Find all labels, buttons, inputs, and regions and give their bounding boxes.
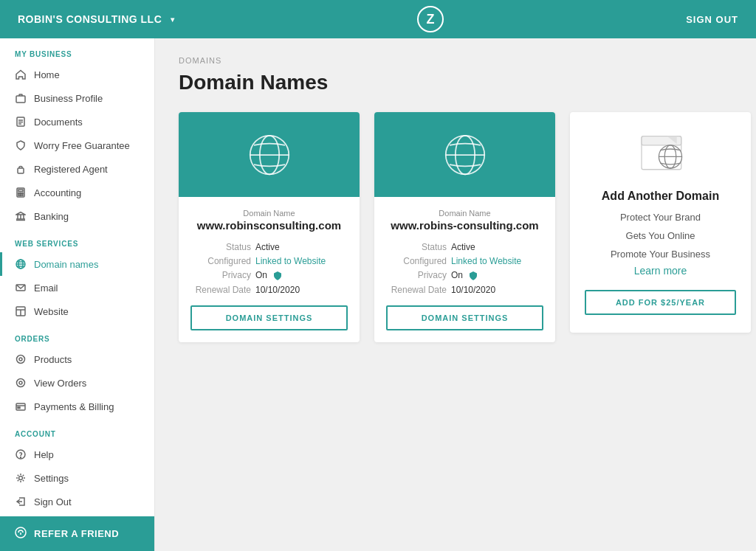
sidebar-label-website: Website xyxy=(34,306,69,317)
sidebar-item-business-profile[interactable]: Business Profile xyxy=(0,86,154,110)
domain-settings-button-2[interactable]: DOMAIN SETTINGS xyxy=(386,305,543,330)
sidebar-section-orders: ORDERS xyxy=(0,323,154,347)
shield-icon xyxy=(15,139,27,151)
sidebar-label-domain-names: Domain names xyxy=(34,259,98,270)
products-icon xyxy=(15,353,27,365)
sidebar-item-settings[interactable]: Settings xyxy=(0,466,154,490)
add-domain-button[interactable]: ADD FOR $25/YEAR xyxy=(585,290,736,315)
sidebar-item-payments-billing[interactable]: Payments & Billing xyxy=(0,395,154,418)
sign-out-button[interactable]: SIGN OUT xyxy=(686,14,738,25)
sidebar-section-web-services: WEB SERVICES xyxy=(0,228,154,252)
privacy-val: On xyxy=(255,270,283,281)
help-icon xyxy=(15,448,27,460)
domain-card-2-renewal-row: Renewal Date 10/10/2020 xyxy=(386,285,543,295)
svg-point-31 xyxy=(19,381,22,384)
domain-card-2-status-row: Status Active xyxy=(386,242,543,252)
sidebar-item-home[interactable]: Home xyxy=(0,63,154,86)
sidebar-label-sign-out: Sign Out xyxy=(34,496,72,507)
domain-card-1-configured-row: Configured Linked to Website xyxy=(190,256,348,266)
main-content: DOMAINS Domain Names Domain Name www.rob… xyxy=(155,38,756,551)
svg-point-36 xyxy=(21,457,21,458)
learn-more-link[interactable]: Learn more xyxy=(634,265,687,277)
page-title: Domain Names xyxy=(179,71,732,94)
sidebar-label-accounting: Accounting xyxy=(34,187,81,198)
svg-point-13 xyxy=(22,195,24,196)
svg-rect-0 xyxy=(16,96,25,103)
svg-rect-7 xyxy=(18,190,23,192)
signout-icon xyxy=(15,496,27,507)
domain-card-1-renewal-row: Renewal Date 10/10/2020 xyxy=(190,285,348,295)
brand-name: ROBIN'S CONSULTING LLC xyxy=(18,13,162,25)
domain-card-1-name: www.robinsconsulting.com xyxy=(190,219,348,232)
svg-point-11 xyxy=(18,195,20,196)
domain-settings-button-1[interactable]: DOMAIN SETTINGS xyxy=(190,305,348,330)
status-val-2: Active xyxy=(451,242,475,252)
renewal-val-2: 10/10/2020 xyxy=(451,285,495,295)
domain-cards-row: Domain Name www.robinsconsulting.com Sta… xyxy=(179,112,732,342)
svg-point-12 xyxy=(20,195,21,196)
configured-key-2: Configured xyxy=(386,256,447,266)
domain-card-2-details: Status Active Configured Linked to Websi… xyxy=(386,242,543,295)
brand-chevron-icon: ▾ xyxy=(171,15,175,24)
domain-card-2: Domain Name www.robins-consulting.com St… xyxy=(374,112,555,342)
sidebar-label-payments-billing: Payments & Billing xyxy=(34,401,114,412)
sidebar-item-products[interactable]: Products xyxy=(0,347,154,371)
privacy-key: Privacy xyxy=(190,270,251,280)
svg-point-30 xyxy=(17,379,25,387)
domain-card-2-privacy-row: Privacy On xyxy=(386,270,543,281)
status-key: Status xyxy=(190,242,251,252)
settings-icon xyxy=(15,472,27,484)
sidebar-label-email: Email xyxy=(34,283,58,294)
brand-button[interactable]: ROBIN'S CONSULTING LLC ▾ xyxy=(18,13,175,25)
sidebar-item-website[interactable]: Website xyxy=(0,299,154,323)
sidebar-section-my-business: MY BUSINESS xyxy=(0,38,154,63)
refer-a-friend-button[interactable]: REFER A FRIEND xyxy=(0,516,154,551)
home-icon xyxy=(15,69,27,80)
globe-icon xyxy=(15,258,27,270)
status-key-2: Status xyxy=(386,242,447,252)
domain-card-1-privacy-row: Privacy On xyxy=(190,270,348,281)
svg-point-8 xyxy=(18,193,20,194)
breadcrumb: DOMAINS xyxy=(179,56,732,65)
sidebar-item-banking[interactable]: Banking xyxy=(0,204,154,228)
add-domain-desc2: Gets You Online xyxy=(626,229,695,244)
svg-rect-5 xyxy=(18,168,24,173)
document-icon xyxy=(15,116,27,128)
email-icon xyxy=(15,282,27,294)
domain-card-2-banner xyxy=(374,112,555,197)
renewal-val: 10/10/2020 xyxy=(255,285,300,295)
briefcase-icon xyxy=(15,92,27,104)
add-domain-desc1: Protect Your Brand xyxy=(620,210,701,226)
domain-card-1-body: Domain Name www.robinsconsulting.com Sta… xyxy=(179,197,360,342)
payments-icon xyxy=(15,401,27,412)
sidebar-item-accounting[interactable]: Accounting xyxy=(0,181,154,204)
status-val: Active xyxy=(255,242,280,252)
configured-val-2: Linked to Website xyxy=(451,256,521,266)
domain-card-2-name: www.robins-consulting.com xyxy=(386,219,543,232)
sidebar-item-sign-out[interactable]: Sign Out xyxy=(0,490,154,513)
sidebar-item-email[interactable]: Email xyxy=(0,276,154,299)
sidebar-item-worry-free[interactable]: Worry Free Guarantee xyxy=(0,134,154,157)
sidebar-item-registered-agent[interactable]: Registered Agent xyxy=(0,157,154,181)
sidebar-item-documents[interactable]: Documents xyxy=(0,110,154,134)
domain-card-1: Domain Name www.robinsconsulting.com Sta… xyxy=(179,112,360,342)
sidebar-label-settings: Settings xyxy=(34,473,69,484)
sidebar: MY BUSINESS Home Business Profile xyxy=(0,38,155,551)
sidebar-label-banking: Banking xyxy=(34,211,69,222)
sidebar-item-view-orders[interactable]: View Orders xyxy=(0,371,154,395)
view-orders-icon xyxy=(15,377,27,389)
add-domain-card: Add Another Domain Protect Your Brand Ge… xyxy=(570,112,751,333)
renewal-key: Renewal Date xyxy=(190,285,251,295)
sidebar-item-domain-names[interactable]: Domain names xyxy=(0,252,154,276)
refer-a-friend-label: REFER A FRIEND xyxy=(34,528,119,539)
domain-card-2-configured-row: Configured Linked to Website xyxy=(386,256,543,266)
sidebar-label-documents: Documents xyxy=(34,117,83,128)
domain-card-1-status-row: Status Active xyxy=(190,242,348,252)
domain-card-1-details: Status Active Configured Linked to Websi… xyxy=(190,242,348,295)
sidebar-label-registered-agent: Registered Agent xyxy=(34,164,108,175)
sidebar-item-help[interactable]: Help xyxy=(0,443,154,466)
privacy-val-2: On xyxy=(451,270,478,281)
domain-card-1-banner xyxy=(179,112,360,197)
bank-icon xyxy=(15,210,27,222)
sidebar-label-home: Home xyxy=(34,69,60,80)
